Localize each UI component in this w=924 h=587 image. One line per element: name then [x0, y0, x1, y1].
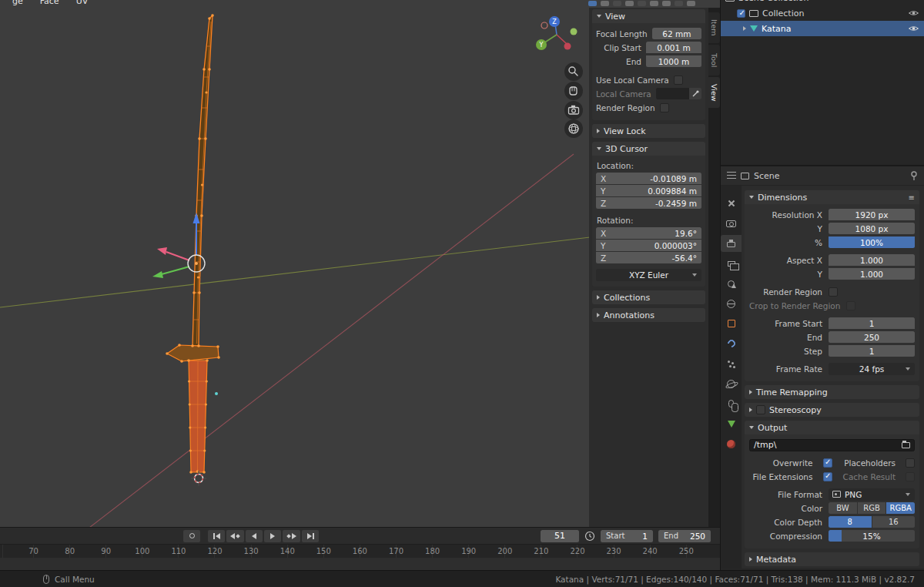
aspect-x-field[interactable]: 1.000: [829, 254, 915, 266]
gizmo-x-axis[interactable]: [564, 43, 571, 50]
outliner-row-collection[interactable]: Collection: [721, 5, 924, 21]
cursor-location-x-field[interactable]: X-0.01089 m: [596, 173, 701, 184]
resolution-x-field[interactable]: 1920 px: [829, 209, 915, 220]
editor-type-icon[interactable]: [727, 172, 736, 179]
eyedropper-button[interactable]: [689, 88, 701, 99]
depth-8-button[interactable]: 8: [829, 516, 872, 528]
3d-cursor-panel-header[interactable]: 3D Cursor: [592, 142, 705, 156]
aspect-y-field[interactable]: 1.000: [829, 268, 915, 280]
stereoscopy-checkbox[interactable]: [756, 405, 765, 414]
compression-slider[interactable]: 15%: [829, 530, 915, 542]
prev-keyframe-button[interactable]: [226, 530, 244, 542]
properties-tab-material[interactable]: [721, 435, 742, 452]
shading-icon[interactable]: [675, 1, 683, 6]
output-path-field[interactable]: /tmp\: [749, 439, 915, 451]
sidebar-tab-view[interactable]: View: [708, 77, 720, 108]
menu-edge[interactable]: ge: [12, 0, 23, 6]
pin-icon[interactable]: [910, 171, 918, 181]
view-lock-panel-header[interactable]: View Lock: [592, 124, 705, 138]
current-frame-field[interactable]: 51: [541, 530, 579, 542]
file-extensions-checkbox[interactable]: [823, 472, 832, 481]
proportional-edit-icon[interactable]: [613, 1, 621, 6]
cursor-rotation-x-field[interactable]: X19.6°: [596, 227, 701, 239]
view-panel-header[interactable]: View: [592, 9, 705, 23]
cache-result-checkbox[interactable]: [906, 472, 915, 481]
frame-end-field[interactable]: End250: [658, 530, 711, 542]
cursor-location-y-field[interactable]: Y0.009884 m: [596, 185, 701, 196]
properties-tab-modifiers[interactable]: [721, 335, 742, 352]
cursor-rotation-z-field[interactable]: Z-56.4°: [596, 252, 701, 263]
jump-to-end-button[interactable]: [302, 530, 319, 542]
crop-render-region-checkbox[interactable]: [846, 301, 855, 310]
frame-start-field[interactable]: 1: [829, 317, 915, 329]
sidebar-tab-item[interactable]: Item: [708, 12, 720, 43]
gizmo-neg-x-axis[interactable]: [541, 22, 547, 29]
snap-icon[interactable]: [601, 1, 609, 6]
outliner-row-scene-collection[interactable]: Scene Collection: [721, 0, 924, 5]
properties-tab-particles[interactable]: [721, 355, 742, 372]
depth-16-button[interactable]: 16: [872, 516, 916, 528]
menu-uv[interactable]: UV: [76, 0, 89, 6]
metadata-panel-header[interactable]: Metadata: [745, 552, 919, 566]
clip-start-field[interactable]: 0.001 m: [646, 42, 701, 53]
frame-start-field[interactable]: Start1: [601, 530, 653, 542]
frame-step-field[interactable]: 1: [829, 345, 915, 357]
collection-checkbox[interactable]: [737, 9, 745, 18]
color-rgb-button[interactable]: RGB: [858, 502, 886, 514]
focal-length-field[interactable]: 62 mm: [652, 28, 701, 39]
header-icon[interactable]: [638, 1, 646, 6]
clip-end-field[interactable]: 1000 m: [646, 55, 701, 67]
expand-caret-icon[interactable]: [743, 26, 746, 31]
play-reverse-button[interactable]: [246, 530, 263, 542]
dimensions-panel-header[interactable]: Dimensions ≡: [745, 190, 919, 204]
properties-tab-constraints[interactable]: [721, 395, 742, 412]
stereoscopy-panel-header[interactable]: Stereoscopy: [745, 403, 919, 417]
navigation-gizmo[interactable]: Z Y: [536, 16, 578, 50]
cursor-rotation-y-field[interactable]: Y0.000003°: [596, 240, 701, 251]
local-camera-field[interactable]: [656, 88, 689, 99]
header-icon[interactable]: [625, 1, 634, 6]
file-format-dropdown[interactable]: PNG: [829, 488, 915, 501]
render-region-checkbox[interactable]: [829, 287, 838, 297]
properties-tab-scene[interactable]: [721, 275, 742, 292]
timeline-ruler[interactable]: 7080901001101201301401501601701801902002…: [0, 544, 720, 558]
properties-tab-output[interactable]: [721, 235, 742, 252]
collections-panel-header[interactable]: Collections: [592, 290, 705, 304]
zoom-tool-button[interactable]: [564, 62, 583, 81]
header-icon[interactable]: [650, 1, 658, 6]
3d-viewport[interactable]: Z Y: [0, 0, 720, 527]
transform-orientation-icon[interactable]: [588, 1, 597, 6]
resolution-percent-slider[interactable]: 100%: [829, 236, 915, 248]
auto-keying-button[interactable]: [183, 530, 200, 542]
annotations-panel-header[interactable]: Annotations: [592, 308, 705, 322]
color-rgba-button[interactable]: RGBA: [886, 502, 915, 514]
frame-rate-dropdown[interactable]: 24 fps: [829, 363, 915, 375]
resolution-y-field[interactable]: 1080 px: [829, 223, 915, 234]
presets-icon[interactable]: ≡: [909, 193, 915, 202]
menu-face[interactable]: Face: [40, 0, 59, 6]
visibility-eye-icon[interactable]: [908, 9, 919, 17]
use-preview-range-clock-icon[interactable]: [584, 531, 595, 542]
timeline-track-area[interactable]: [0, 558, 720, 570]
overlays-icon[interactable]: [662, 1, 671, 6]
sidebar-tab-tool[interactable]: Tool: [708, 45, 720, 75]
play-button[interactable]: [264, 530, 281, 542]
color-bw-button[interactable]: BW: [829, 502, 857, 514]
next-keyframe-button[interactable]: [283, 530, 300, 542]
folder-icon[interactable]: [902, 442, 910, 448]
placeholders-checkbox[interactable]: [906, 458, 915, 468]
gizmo-neg-y-axis[interactable]: [571, 29, 578, 35]
properties-tab-view-layer[interactable]: [721, 255, 742, 272]
render-region-checkbox[interactable]: [660, 103, 669, 112]
visibility-eye-icon[interactable]: [908, 25, 919, 32]
output-panel-header[interactable]: Output: [745, 421, 919, 434]
frame-end-field[interactable]: 250: [829, 331, 915, 343]
rotation-mode-dropdown[interactable]: XYZ Euler: [596, 269, 701, 281]
properties-tab-physics[interactable]: [721, 375, 742, 392]
properties-tab-world[interactable]: [721, 295, 742, 312]
cursor-location-z-field[interactable]: Z-0.2459 m: [596, 197, 701, 209]
ortho-toggle-button[interactable]: [564, 119, 583, 138]
use-local-camera-checkbox[interactable]: [674, 75, 683, 85]
properties-tab-tool[interactable]: [721, 195, 742, 212]
camera-view-button[interactable]: [564, 101, 583, 119]
